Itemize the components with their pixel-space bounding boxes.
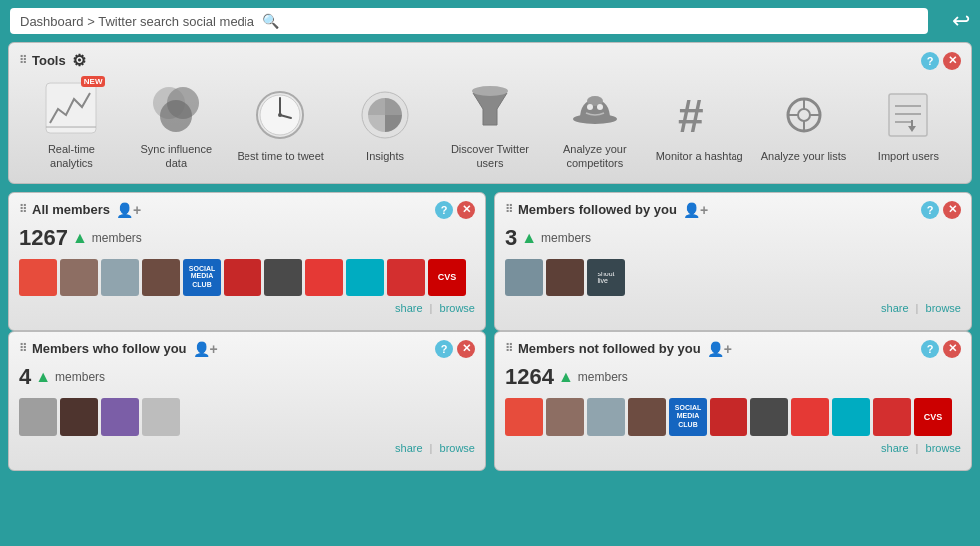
avatar[interactable] [60,259,98,296]
avatar[interactable]: CVS [914,398,952,436]
avatar[interactable] [587,398,625,436]
not-followed-controls: ? ✕ [921,340,961,358]
not-followed-share-link[interactable]: share [881,442,909,454]
back-button[interactable]: ↩ [952,8,970,34]
all-members-up-arrow: ▲ [72,229,88,247]
followed-by-you-close-button[interactable]: ✕ [943,201,961,219]
svg-point-19 [798,109,810,121]
drag-handle[interactable]: ⠿ [19,54,26,67]
svg-point-4 [160,100,192,132]
avatar[interactable] [505,259,543,296]
tool-besttime-icon-wrap [250,85,310,145]
all-members-label-text: members [92,231,142,245]
all-members-share-link[interactable]: share [395,302,423,314]
avatar[interactable] [346,259,384,296]
drag-handle[interactable]: ⠿ [505,342,512,355]
avatar[interactable] [628,398,666,436]
tool-competitors[interactable]: Analyze your competitors [550,78,640,171]
followed-by-you-panel: ⠿ Members followed by you 👤+ ? ✕ 3 ▲ mem… [494,192,972,331]
follow-you-label-text: members [55,370,105,384]
tool-discover[interactable]: Discover Twitter users [445,78,535,171]
tool-besttime[interactable]: Best time to tweet [236,85,325,163]
add-member-icon[interactable]: 👤+ [707,341,732,357]
not-followed-count: 1264 [505,364,554,390]
follow-you-controls: ? ✕ [435,340,475,358]
avatar[interactable] [505,398,543,436]
avatar[interactable] [873,398,911,436]
avatar[interactable] [750,398,788,436]
all-members-controls: ? ✕ [435,201,475,219]
avatar[interactable] [546,398,584,436]
followed-by-you-browse-link[interactable]: browse [926,302,961,314]
tool-sync[interactable]: Sync influence data [131,78,221,171]
avatar[interactable] [224,259,261,296]
followed-by-you-label: Members followed by you [518,202,677,217]
followed-by-you-share-link[interactable]: share [881,302,909,314]
follow-you-close-button[interactable]: ✕ [457,340,475,358]
bottom-row-1: ⠿ All members 👤+ ? ✕ 1267 ▲ members [8,192,972,331]
not-followed-label-text: members [578,370,628,384]
svg-point-9 [278,113,282,117]
drag-handle[interactable]: ⠿ [505,203,512,216]
follow-you-title: ⠿ Members who follow you 👤+ [19,341,218,357]
not-followed-header: ⠿ Members not followed by you 👤+ ? ✕ [505,340,961,358]
not-followed-browse-link[interactable]: browse [926,442,961,454]
svg-marker-11 [473,93,507,125]
avatar[interactable] [19,259,57,296]
insights-icon [358,88,412,142]
hashtag-icon: # [673,88,727,142]
tools-help-button[interactable]: ? [921,52,939,70]
all-members-help-button[interactable]: ? [435,201,453,219]
avatar[interactable] [101,398,139,436]
separator: | [430,442,433,454]
all-members-browse-link[interactable]: browse [440,302,475,314]
not-followed-close-button[interactable]: ✕ [943,340,961,358]
tools-panel-header: ⠿ Tools ⚙ ? ✕ [19,51,961,70]
tool-lists[interactable]: Analyze your lists [759,85,849,163]
all-members-close-button[interactable]: ✕ [457,201,475,219]
avatar[interactable] [142,259,180,296]
follow-you-label: Members who follow you [32,341,187,356]
not-followed-help-button[interactable]: ? [921,340,939,358]
tool-insights[interactable]: Insights [340,85,430,163]
add-member-icon[interactable]: 👤+ [683,202,708,218]
follow-you-browse-link[interactable]: browse [440,442,475,454]
avatar[interactable]: shoutlive [587,259,625,296]
tool-discover-icon-wrap [460,78,520,138]
tool-import[interactable]: Import users [863,85,953,163]
follow-you-share-link[interactable]: share [395,442,423,454]
avatar[interactable] [60,398,98,436]
add-member-icon[interactable]: 👤+ [193,341,218,357]
gear-icon: ⚙ [72,51,86,70]
avatar[interactable] [101,259,139,296]
avatar[interactable] [19,398,57,436]
avatar[interactable]: SOCIALMEDIACLUB [183,259,221,296]
follow-you-help-button[interactable]: ? [435,340,453,358]
avatar[interactable]: CVS [428,259,466,296]
avatar[interactable] [387,259,425,296]
avatar[interactable] [791,398,829,436]
tool-realtime[interactable]: NEW Real-time analytics [26,78,116,171]
avatar[interactable] [264,259,302,296]
tools-close-button[interactable]: ✕ [943,52,961,70]
besttime-icon [253,88,307,142]
all-members-header: ⠿ All members 👤+ ? ✕ [19,201,475,219]
tools-title: ⠿ Tools ⚙ [19,51,86,70]
svg-rect-0 [46,83,96,133]
tools-panel: ⠿ Tools ⚙ ? ✕ NEW Real-t [8,42,972,184]
tool-import-icon-wrap [878,85,938,145]
avatar[interactable] [142,398,180,436]
tool-hashtag[interactable]: # Monitor a hashtag [655,85,744,163]
search-icon[interactable]: 🔍 [262,13,279,29]
add-member-icon[interactable]: 👤+ [116,202,141,218]
avatar[interactable]: SOCIALMEDIACLUB [669,398,707,436]
followed-by-you-help-button[interactable]: ? [921,201,939,219]
followed-by-you-avatars: shoutlive [505,259,961,296]
avatar[interactable] [710,398,747,436]
avatar[interactable] [832,398,870,436]
drag-handle[interactable]: ⠿ [19,342,26,355]
drag-handle[interactable]: ⠿ [19,203,26,216]
tool-realtime-icon-wrap: NEW [41,78,101,138]
avatar[interactable] [546,259,584,296]
avatar[interactable] [305,259,343,296]
